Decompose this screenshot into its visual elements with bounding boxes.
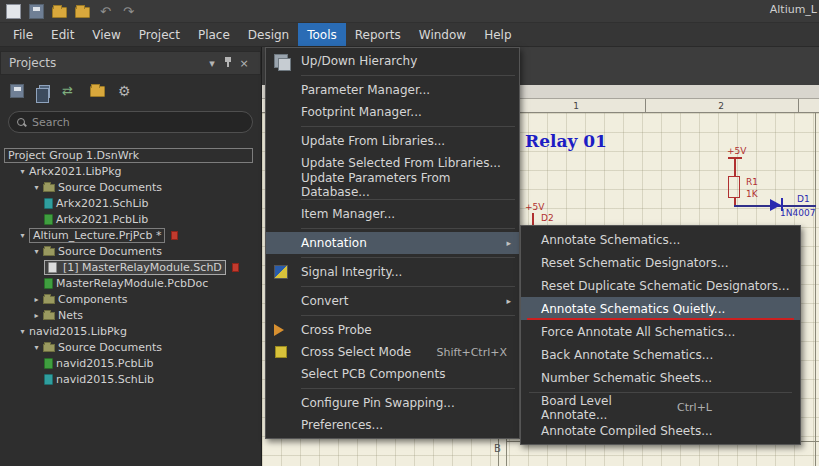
compile-docs-icon[interactable] bbox=[39, 85, 50, 98]
panel-pin-icon[interactable] bbox=[220, 56, 236, 71]
panel-menu-chevron-icon[interactable]: ▾ bbox=[204, 57, 220, 70]
menu-item-label: Update Parameters From Database... bbox=[301, 171, 519, 199]
tree-item-source-documents[interactable]: ▾ Source Documents bbox=[0, 243, 261, 259]
collapse-arrow-icon[interactable]: ▸ bbox=[30, 311, 43, 320]
menu-item-up-down-hierarchy[interactable]: Up/Down Hierarchy bbox=[266, 50, 519, 72]
menu-item-cross-select-mode[interactable]: Cross Select Mode Shift+Ctrl+X bbox=[266, 341, 519, 363]
redo-icon[interactable]: ↷ bbox=[121, 4, 136, 19]
menu-design[interactable]: Design bbox=[239, 23, 298, 46]
menu-edit[interactable]: Edit bbox=[42, 23, 83, 46]
collapse-arrow-icon[interactable]: ▸ bbox=[30, 295, 43, 304]
menu-tools[interactable]: Tools bbox=[298, 23, 346, 46]
menu-file[interactable]: File bbox=[4, 23, 42, 46]
panel-close-icon[interactable]: × bbox=[236, 57, 252, 70]
open-project-icon[interactable] bbox=[75, 7, 90, 18]
menu-item-item-manager[interactable]: Item Manager... bbox=[266, 203, 519, 225]
tree-item-arkx2021-schlib[interactable]: Arkx2021.SchLib bbox=[0, 195, 261, 211]
tree-item-label: Arkx2021.LibPkg bbox=[29, 165, 122, 178]
menu-reports[interactable]: Reports bbox=[346, 23, 410, 46]
tree-item-label: Source Documents bbox=[58, 181, 162, 194]
ruler-label-1: 1 bbox=[558, 101, 594, 111]
annotation-submenu: Annotate Schematics... Reset Schematic D… bbox=[520, 225, 801, 445]
expand-arrow-icon[interactable]: ▾ bbox=[30, 343, 43, 352]
menu-project[interactable]: Project bbox=[130, 23, 189, 46]
menu-item-cross-probe[interactable]: Cross Probe bbox=[266, 319, 519, 341]
tree-item-project-group[interactable]: Project Group 1.DsnWrk bbox=[0, 147, 261, 163]
menu-item-back-annotate-schematics[interactable]: Back Annotate Schematics... bbox=[521, 343, 800, 366]
tree-item-components[interactable]: ▸ Components bbox=[0, 291, 261, 307]
menu-item-force-annotate-all-schematics[interactable]: Force Annotate All Schematics... bbox=[521, 320, 800, 343]
tree-item-arkx2021-libpkg[interactable]: ▾ Arkx2021.LibPkg bbox=[0, 163, 261, 179]
window-title: Altium_L bbox=[770, 3, 817, 16]
new-document-icon[interactable] bbox=[6, 4, 21, 19]
save-icon[interactable] bbox=[29, 4, 44, 19]
open-folder-icon[interactable] bbox=[52, 7, 67, 18]
explorer-folder-icon[interactable] bbox=[90, 86, 105, 97]
pcblib-doc-icon bbox=[44, 358, 53, 369]
menu-item-label: Annotate Schematics Quietly... bbox=[541, 302, 725, 316]
menu-item-configure-pin-swapping[interactable]: Configure Pin Swapping... bbox=[266, 392, 519, 414]
schdoc-icon bbox=[48, 262, 57, 273]
tree-item-label: Arkx2021.SchLib bbox=[56, 197, 149, 210]
menu-item-label: Update From Libraries... bbox=[301, 134, 445, 148]
menu-item-reset-schematic-designators[interactable]: Reset Schematic Designators... bbox=[521, 251, 800, 274]
search-input[interactable] bbox=[32, 116, 244, 129]
menu-item-update-parameters-from-database[interactable]: Update Parameters From Database... bbox=[266, 174, 519, 196]
tree-item-masterrelaymodule-pcbdoc[interactable]: MasterRelayModule.PcbDoc bbox=[0, 275, 261, 291]
menu-item-convert[interactable]: Convert ▸ bbox=[266, 290, 519, 312]
search-box[interactable] bbox=[8, 111, 253, 133]
diode-designator: D1 bbox=[797, 194, 810, 204]
menu-item-number-schematic-sheets[interactable]: Number Schematic Sheets... bbox=[521, 366, 800, 389]
tree-item-source-documents[interactable]: ▾ Source Documents bbox=[0, 339, 261, 355]
tree-item-altium-lecture-prjpcb[interactable]: ▾ Altium_Lecture.PrjPcb * bbox=[0, 227, 261, 243]
menu-item-board-level-annotate[interactable]: Board Level Annotate... Ctrl+L bbox=[521, 396, 800, 419]
tree-item-nets[interactable]: ▸ Nets bbox=[0, 307, 261, 323]
menu-item-select-pcb-components[interactable]: Select PCB Components bbox=[266, 363, 519, 385]
menu-item-annotation[interactable]: Annotation ▸ bbox=[266, 232, 519, 254]
menu-item-annotate-compiled-sheets[interactable]: Annotate Compiled Sheets... bbox=[521, 419, 800, 442]
menu-place[interactable]: Place bbox=[189, 23, 239, 46]
modified-doc-icon bbox=[232, 263, 239, 272]
settings-gear-icon[interactable]: ⚙ bbox=[118, 83, 134, 99]
menu-window[interactable]: Window bbox=[410, 23, 475, 46]
hierarchy-icon bbox=[274, 54, 288, 68]
expand-arrow-icon[interactable]: ▾ bbox=[30, 183, 43, 192]
project-tree: Project Group 1.DsnWrk ▾ Arkx2021.LibPkg… bbox=[0, 139, 261, 387]
menu-item-annotate-schematics[interactable]: Annotate Schematics... bbox=[521, 228, 800, 251]
sheet-frame-line bbox=[815, 113, 816, 466]
resistor-designator: R1 bbox=[746, 177, 758, 187]
menu-item-signal-integrity[interactable]: Signal Integrity... bbox=[266, 261, 519, 283]
projects-panel: Projects ▾ × ⇄ ⚙ Project Group 1.DsnWrk … bbox=[0, 47, 262, 466]
power-label-5v: +5V bbox=[727, 146, 746, 156]
tree-item-navid2015-pcblib[interactable]: navid2015.PcbLib bbox=[0, 355, 261, 371]
menu-help[interactable]: Help bbox=[475, 23, 520, 46]
menu-item-label: Up/Down Hierarchy bbox=[301, 54, 417, 68]
tree-item-navid2015-schlib[interactable]: navid2015.SchLib bbox=[0, 371, 261, 387]
menu-item-label: Item Manager... bbox=[301, 207, 395, 221]
tree-item-arkx2021-pcblib[interactable]: Arkx2021.PcbLib bbox=[0, 211, 261, 227]
menu-separator bbox=[301, 257, 515, 258]
expand-arrow-icon[interactable]: ▾ bbox=[16, 327, 29, 336]
undo-icon[interactable]: ↶ bbox=[98, 4, 113, 19]
tree-item-masterrelaymodule-schdoc[interactable]: [1] MasterRelayModule.SchD bbox=[0, 259, 261, 275]
expand-arrow-icon[interactable]: ▾ bbox=[30, 247, 43, 256]
menu-item-preferences[interactable]: Preferences... bbox=[266, 414, 519, 436]
menu-item-reset-duplicate-schematic-designators[interactable]: Reset Duplicate Schematic Designators... bbox=[521, 274, 800, 297]
submenu-arrow-icon: ▸ bbox=[506, 238, 511, 248]
expand-arrow-icon[interactable]: ▾ bbox=[16, 231, 29, 240]
tree-item-label: Project Group 1.DsnWrk bbox=[8, 149, 139, 162]
tree-item-navid2015-libpkg[interactable]: ▾ navid2015.LibPkg bbox=[0, 323, 261, 339]
folder-icon bbox=[43, 184, 55, 192]
refresh-icon[interactable]: ⇄ bbox=[62, 83, 78, 99]
menu-item-label: Parameter Manager... bbox=[301, 83, 430, 97]
menu-item-annotate-schematics-quietly[interactable]: Annotate Schematics Quietly... bbox=[521, 297, 800, 320]
expand-arrow-icon[interactable]: ▾ bbox=[16, 167, 29, 176]
menu-view[interactable]: View bbox=[83, 23, 129, 46]
menu-item-parameter-manager[interactable]: Parameter Manager... bbox=[266, 79, 519, 101]
title-bar: ↶ ↷ Altium_L bbox=[0, 0, 819, 23]
menu-item-footprint-manager[interactable]: Footprint Manager... bbox=[266, 101, 519, 123]
tree-item-source-documents[interactable]: ▾ Source Documents bbox=[0, 179, 261, 195]
menu-item-label: Annotate Compiled Sheets... bbox=[541, 424, 713, 438]
menu-item-update-from-libraries[interactable]: Update From Libraries... bbox=[266, 130, 519, 152]
save-all-icon[interactable] bbox=[10, 84, 24, 98]
